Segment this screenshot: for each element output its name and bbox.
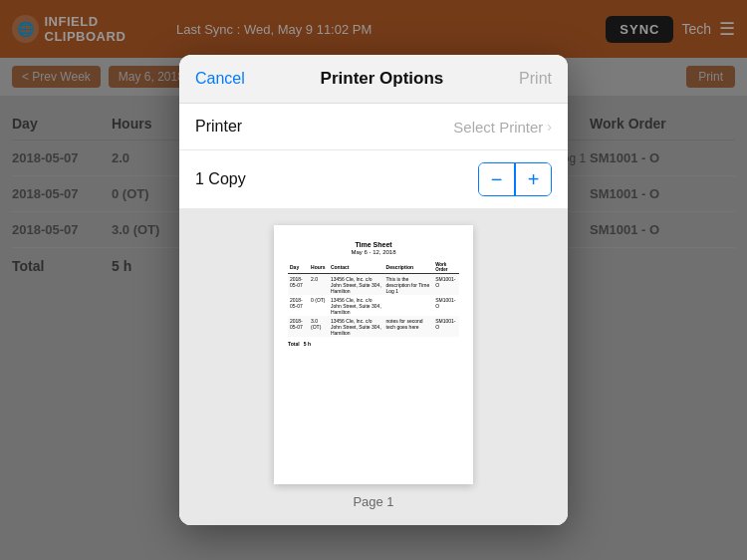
preview-page: Time Sheet May 6 - 12, 2018 Day Hours Co…: [274, 225, 473, 484]
preview-col-contact: Contact: [329, 261, 384, 274]
copy-stepper: − +: [478, 162, 552, 196]
preview-area: Time Sheet May 6 - 12, 2018 Day Hours Co…: [179, 209, 568, 525]
preview-table: Day Hours Contact Description Work Order…: [288, 261, 459, 337]
modal-print-button[interactable]: Print: [519, 70, 552, 88]
modal-overlay: Cancel Printer Options Print Printer Sel…: [0, 0, 747, 560]
modal-body: Printer Select Printer › 1 Copy − + Time…: [179, 104, 568, 525]
preview-subtitle: May 6 - 12, 2018: [288, 249, 459, 255]
preview-row: 2018-05-07 0 (OT) 13456 Cle, Inc. c/o Jo…: [288, 295, 459, 316]
preview-col-hours: Hours: [309, 261, 329, 274]
printer-row: Printer Select Printer ›: [179, 104, 568, 150]
preview-col-day: Day: [288, 261, 309, 274]
printer-label: Printer: [195, 118, 242, 136]
copy-label: 1 Copy: [195, 170, 246, 188]
preview-title: Time Sheet: [288, 241, 459, 248]
plus-button[interactable]: +: [515, 163, 551, 195]
cancel-button[interactable]: Cancel: [195, 70, 245, 88]
modal-title: Printer Options: [321, 69, 444, 89]
printer-options-modal: Cancel Printer Options Print Printer Sel…: [179, 55, 568, 525]
preview-row: 2018-05-07 3.0 (OT) 13456 Cle, Inc. c/o …: [288, 316, 459, 337]
preview-row: 2018-05-07 2.0 13456 Cle, Inc. c/o John …: [288, 274, 459, 296]
preview-col-desc: Description: [384, 261, 434, 274]
preview-total: Total 5 h: [288, 341, 459, 347]
modal-header: Cancel Printer Options Print: [179, 55, 568, 104]
printer-select[interactable]: Select Printer ›: [453, 119, 552, 136]
printer-placeholder: Select Printer: [453, 119, 543, 136]
chevron-right-icon: ›: [547, 119, 552, 135]
minus-button[interactable]: −: [479, 163, 515, 195]
page-label: Page 1: [353, 494, 393, 509]
preview-col-wo: Work Order: [433, 261, 459, 274]
copy-row: 1 Copy − +: [179, 150, 568, 209]
